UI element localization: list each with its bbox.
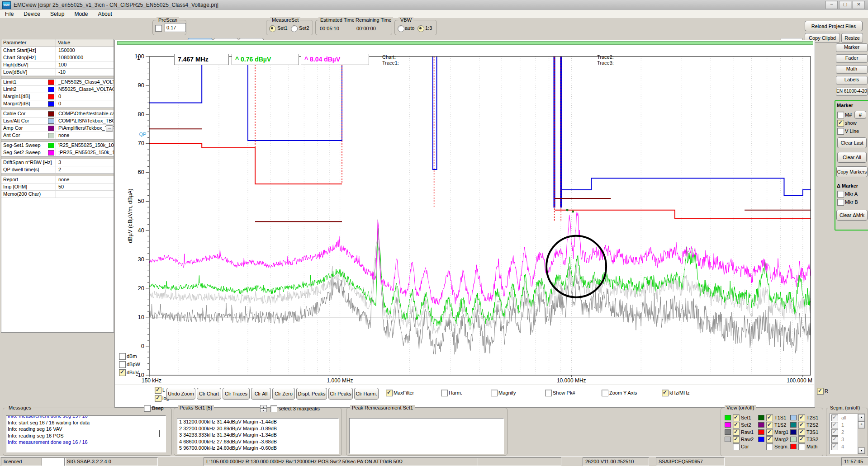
segm-item-1[interactable]: 1 xyxy=(830,421,858,428)
sidebar-tab-marker[interactable]: Marker xyxy=(836,43,868,52)
peak-list-item[interactable]: 4 68600.000kHz 27.68dBµV Margin -3.68dB xyxy=(177,438,338,445)
undo-zoom-button[interactable]: Undo Zoom xyxy=(166,388,195,400)
left-axis-checkbox[interactable] xyxy=(155,387,161,394)
segm-item-all[interactable]: all xyxy=(830,414,858,421)
param-row-high-dbuv-[interactable]: High[dBuV]100 xyxy=(1,61,114,69)
scroll-up-icon[interactable]: ▲ xyxy=(858,414,865,421)
peak-list-item[interactable]: 2 32200.000kHz 30.89dBµV Margin -0.89dB xyxy=(177,425,338,432)
view-set2-checkbox[interactable] xyxy=(733,422,740,428)
standard-button[interactable]: EN 61000-4-20 xyxy=(836,88,868,96)
param-row-margin2-db-[interactable]: Margin2[dB]0 xyxy=(1,100,114,108)
peak-list-item[interactable]: 5 96700.000kHz 24.60dBµV Margin -0.60dB xyxy=(177,445,338,452)
segm-item-4[interactable]: 4 xyxy=(830,443,858,450)
clear-last-button[interactable]: Clear Last xyxy=(837,137,867,148)
beep-checkbox[interactable] xyxy=(144,405,151,412)
sidebar-tab-math[interactable]: Math xyxy=(836,65,868,74)
param-row-amp-cor[interactable]: Amp CorP\Amplifiers\Tekbox_TBFL1.amp... xyxy=(1,125,114,132)
param-row-driftspan-n-rbw-hz-[interactable]: DriftSpan n*RBW [Hz]3 xyxy=(1,159,114,166)
view-t3s2-checkbox[interactable] xyxy=(798,436,805,443)
magnify-checkbox[interactable] xyxy=(491,390,498,396)
param-row-low-dbuv-[interactable]: Low[dBuV]-10 xyxy=(1,69,114,76)
view-segm-checkbox[interactable] xyxy=(766,443,773,450)
segm-checkbox-all[interactable] xyxy=(831,414,838,421)
view-set1-checkbox[interactable] xyxy=(733,414,740,421)
view-math-checkbox[interactable] xyxy=(798,443,805,450)
view-marg1-checkbox[interactable] xyxy=(766,429,773,436)
displ-peaks-button[interactable]: Displ. Peaks xyxy=(296,388,327,400)
close-button[interactable]: ✕ xyxy=(853,1,865,9)
view-t1s1-checkbox[interactable] xyxy=(766,414,773,421)
clear-all-button[interactable]: Clear All xyxy=(837,152,867,163)
clr-chart-button[interactable]: Clr Chart xyxy=(197,388,221,400)
show-pk--checkbox[interactable] xyxy=(545,390,552,396)
peak-remeasurement-list[interactable] xyxy=(349,418,504,454)
log-scale-checkbox[interactable] xyxy=(155,395,161,402)
menu-item-file[interactable]: File xyxy=(0,10,19,18)
segm-list[interactable]: all1234 ▲ = ▼ xyxy=(829,414,865,454)
messages-list[interactable]: Info: measurement done seg 15 / 16Info: … xyxy=(6,415,166,452)
segm-checkbox-1[interactable] xyxy=(831,422,838,428)
clr-zero-button[interactable]: Clr Zero xyxy=(272,388,295,400)
khz-mhz-checkbox[interactable] xyxy=(662,390,669,396)
hash-button[interactable]: # xyxy=(854,111,866,119)
param-row-memo-200-char-[interactable]: Memo(200 Char) xyxy=(1,191,114,198)
set1-radio[interactable] xyxy=(269,25,276,32)
reload-project-files-button[interactable]: Reload Project Files xyxy=(805,21,863,31)
menu-item-setup[interactable]: Setup xyxy=(45,10,69,18)
view-t2s1-checkbox[interactable] xyxy=(798,414,805,421)
view-t3s1-checkbox[interactable] xyxy=(798,429,805,436)
param-row-margin1-db-[interactable]: Margin1[dB]0 xyxy=(1,93,114,100)
view-raw2-checkbox[interactable] xyxy=(733,436,740,443)
copy-markers-button[interactable]: Copy Markers xyxy=(836,166,868,177)
maxfilter-checkbox[interactable] xyxy=(386,390,393,396)
sidebar-tab-labels[interactable]: Labels xyxy=(836,76,868,85)
param-row-chart-start-hz-[interactable]: Chart Start[Hz]150000 xyxy=(1,47,114,54)
zoom-y-axis-checkbox[interactable] xyxy=(602,390,608,396)
segm-scrollbar[interactable]: ▲ = ▼ xyxy=(858,414,865,454)
view-t1s2-checkbox[interactable] xyxy=(766,422,773,428)
minimize-button[interactable]: – xyxy=(825,1,838,9)
peak-list-item[interactable]: 3 34233.333kHz 31.34dBµV Margin -1.34dB xyxy=(177,432,338,438)
show-markers-checkbox[interactable] xyxy=(837,120,844,127)
clr-harm-button[interactable]: Clr Harm. xyxy=(354,388,379,400)
clr-peaks-button[interactable]: Clr Peaks xyxy=(328,388,353,400)
param-row-chart-stop-hz-[interactable]: Chart Stop[Hz]108000000 xyxy=(1,54,114,61)
mkr-b-checkbox[interactable] xyxy=(837,199,844,206)
prescan-input[interactable] xyxy=(165,23,186,32)
menu-item-mode[interactable]: Mode xyxy=(69,10,93,18)
menu-item-device[interactable]: Device xyxy=(19,10,45,18)
segm-checkbox-3[interactable] xyxy=(831,436,838,443)
param-row-limit1[interactable]: Limit1_EN55025_Class4_VOLTAGE_AVG.lim xyxy=(1,79,114,86)
peaks-spinner[interactable]: ▲▼ xyxy=(260,405,267,412)
prescan-checkbox[interactable] xyxy=(155,25,162,32)
segm-item-3[interactable]: 3 xyxy=(830,436,858,443)
param-row-imp-ohm-[interactable]: Imp [OHM]50 xyxy=(1,184,114,191)
resize-button[interactable]: Resize xyxy=(841,33,863,43)
peak-list-item[interactable]: 1 31200.000kHz 31.44dBµV Margin -1.44dB xyxy=(177,419,338,425)
clr-all-button[interactable]: Clr All xyxy=(251,388,271,400)
peaks-list[interactable]: 1 31200.000kHz 31.44dBµV Margin -1.44dB2… xyxy=(177,418,339,454)
clr-traces-button[interactable]: Clr Traces xyxy=(223,388,250,400)
harm--checkbox[interactable] xyxy=(441,390,448,396)
m-hash-checkbox[interactable] xyxy=(837,112,844,118)
browse-button[interactable]: ... xyxy=(106,125,113,132)
select-maxpeaks-checkbox[interactable] xyxy=(270,405,277,412)
param-row-lisn-att-cor[interactable]: Lisn/Att CorCOMP\LISN\Tekbox_TBOH01.lsc xyxy=(1,118,114,125)
segm-item-2[interactable]: 2 xyxy=(830,428,858,436)
view-marg2-checkbox[interactable] xyxy=(766,436,773,443)
param-row-qp-dwell-time-s-[interactable]: QP dwell time[s]2 xyxy=(1,166,114,174)
clear-delta-mrk-button[interactable]: Clear ΔMrk xyxy=(836,210,868,221)
param-row-report[interactable]: Reportnone xyxy=(1,176,114,184)
view-cor-checkbox[interactable] xyxy=(733,443,740,450)
v-line-checkbox[interactable] xyxy=(837,128,844,135)
param-row-limit2[interactable]: Limit2N55025_Class4_VOLTAGE_PK_QP.lim xyxy=(1,86,114,93)
unit-dbuv-checkbox[interactable] xyxy=(119,369,126,376)
right-axis-checkbox[interactable] xyxy=(817,388,824,395)
unit-dbm-checkbox[interactable] xyxy=(119,353,126,360)
set2-radio[interactable] xyxy=(291,25,298,32)
view-raw1-checkbox[interactable] xyxy=(733,429,740,436)
mkr-a-checkbox[interactable] xyxy=(837,191,844,198)
vbw-ratio-radio[interactable] xyxy=(417,25,424,32)
view-t2s2-checkbox[interactable] xyxy=(798,422,805,428)
scroll-thumb[interactable]: = xyxy=(858,421,865,428)
